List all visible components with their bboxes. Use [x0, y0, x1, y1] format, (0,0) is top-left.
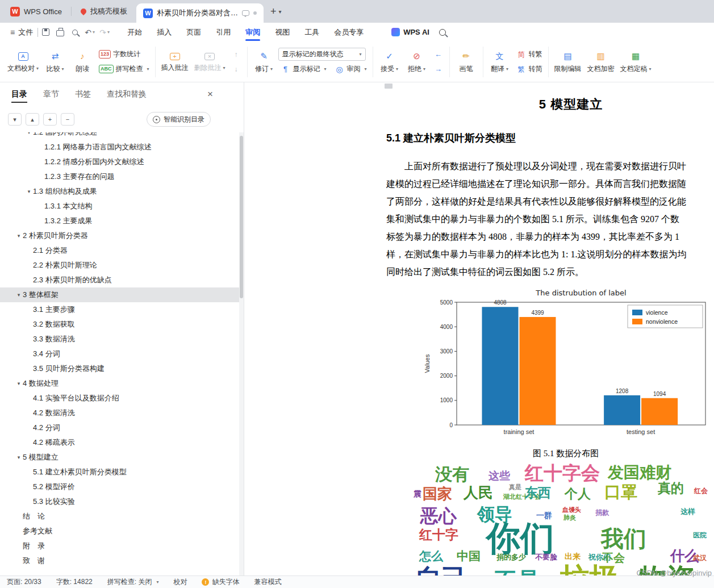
toc-item[interactable]: 1.2.2 情感分析国内外文献综述 — [0, 155, 239, 169]
word-count-indicator[interactable]: 字数: 14822 — [56, 577, 93, 587]
x-tick-label: testing set — [627, 428, 655, 435]
toc-item[interactable]: 4.1 实验平台以及数据介绍 — [0, 391, 239, 406]
toc-item[interactable]: 2.3 朴素贝叶斯的优缺点 — [0, 273, 239, 287]
chevron-down-icon[interactable]: ▾ — [25, 189, 33, 194]
wps-ai-button[interactable]: WPS AI — [391, 28, 429, 36]
proofread-button[interactable]: 校对 — [173, 577, 187, 587]
new-tab-button[interactable]: + — [270, 6, 277, 18]
print-preview-button[interactable] — [68, 26, 82, 39]
toc-item[interactable]: ▾1.3 组织结构及成果 — [0, 184, 239, 199]
smart-identify-toc-button[interactable]: 智能识别目录 — [147, 112, 211, 127]
menu-tab-8[interactable]: 会员专享 — [327, 23, 371, 41]
word-count-button[interactable]: 123字数统计 — [97, 48, 143, 61]
toc-item[interactable]: 参考文献 — [0, 524, 239, 539]
toc-item[interactable]: 1.2.1 网络暴力语言国内文献综述 — [0, 140, 239, 155]
toc-item[interactable]: 致 谢 — [0, 553, 239, 568]
file-menu-button[interactable]: ≡ 文件 — [6, 27, 37, 37]
read-aloud-button[interactable]: ♪朗读 — [69, 45, 95, 79]
spell-check-button[interactable]: ABC拼写检查▾ — [97, 62, 152, 76]
toc-collapse-level-button[interactable]: − — [61, 113, 74, 126]
chevron-down-icon[interactable]: ▾ — [15, 381, 23, 386]
sidebar-tab-目录[interactable]: 目录 — [11, 82, 27, 106]
review-pane-button[interactable]: ◎审阅▾ — [332, 62, 369, 76]
menu-tab-2[interactable]: 插入 — [149, 23, 179, 41]
toc-expand-level-button[interactable]: + — [43, 113, 57, 126]
save-button[interactable] — [38, 26, 53, 39]
toc-item[interactable]: 5.1 建立朴素贝叶斯分类模型 — [0, 465, 239, 479]
toc-item[interactable]: ▾4 数据处理 — [0, 376, 239, 391]
restrict-editing-button[interactable]: ▤限制编辑 — [552, 45, 584, 79]
missing-font-warning[interactable]: ! 缺失字体 — [202, 577, 239, 587]
menu-tab-5[interactable]: 审阅 — [238, 23, 268, 41]
encrypt-document-button[interactable]: ▥文档加密 — [585, 45, 617, 79]
ink-tool-button[interactable]: ✏画笔 — [453, 45, 479, 79]
toc-item[interactable]: 2.1 分类器 — [0, 243, 239, 258]
menu-tab-7[interactable]: 工具 — [297, 23, 327, 41]
chevron-down-icon[interactable]: ▾ — [107, 30, 110, 35]
pinned-document-tab[interactable]: 找稿壳模板 — [72, 0, 136, 23]
menu-tab-4[interactable]: 引用 — [208, 23, 238, 41]
wps-home-tab[interactable]: W WPS Office — [5, 0, 71, 23]
toc-item[interactable]: ▾2 朴素贝叶斯分类器 — [0, 228, 239, 243]
toc-item[interactable]: 4.2 分词 — [0, 420, 239, 435]
markup-state-select[interactable]: 显示标记的最终状态▾ — [278, 48, 366, 61]
spellcheck-status[interactable]: 拼写检查: 关闭 ▾ — [107, 577, 159, 587]
scrollbar-thumb[interactable] — [240, 136, 243, 298]
compare-button[interactable]: ⇄比较▾ — [42, 45, 68, 79]
document-page[interactable]: 5 模型建立 5.1 建立朴素贝叶斯分类模型 上面对所有数据进行了预处理以及分词… — [386, 82, 714, 576]
tab-list-dropdown-icon[interactable]: ▾ — [278, 9, 281, 15]
insert-comment-button[interactable]: +插入批注 — [159, 45, 191, 79]
menu-tab-3[interactable]: 页面 — [179, 23, 208, 41]
toc-item[interactable]: 3.5 贝叶斯分类器构建 — [0, 361, 239, 376]
undo-button[interactable]: ↶▾ — [82, 26, 97, 39]
toc-item[interactable]: 2.2 朴素贝叶斯理论 — [0, 258, 239, 273]
toc-item[interactable]: ▾5 模型建立 — [0, 450, 239, 465]
sidebar-tab-查找和替换[interactable]: 查找和替换 — [107, 82, 147, 106]
sidebar-scrollbar[interactable] — [239, 132, 244, 576]
toc-item[interactable]: 结 论 — [0, 509, 239, 524]
to-simplified-button[interactable]: 繁转简 — [514, 62, 545, 76]
accept-revision-button[interactable]: ✓接受▾ — [377, 45, 403, 79]
search-button[interactable] — [435, 26, 450, 39]
toc-item[interactable]: 1.3.1 本文结构 — [0, 199, 239, 214]
menu-tab-6[interactable]: 视图 — [268, 23, 297, 41]
chevron-down-icon[interactable]: ▾ — [93, 30, 95, 35]
active-document-tab[interactable]: W 朴素贝叶斯分类器对含暴力网 — [136, 3, 264, 23]
redo-button[interactable]: ↷▾ — [97, 26, 112, 39]
sidebar-tab-书签[interactable]: 书签 — [75, 82, 91, 106]
chevron-down-icon[interactable]: ▾ — [15, 233, 23, 239]
document-area[interactable]: 5 模型建立 5.1 建立朴素贝叶斯分类模型 上面对所有数据进行了预处理以及分词… — [244, 82, 714, 576]
toc-item[interactable]: 1.3.2 主要成果 — [0, 214, 239, 228]
chevron-down-icon[interactable]: ▾ — [15, 292, 23, 298]
show-markup-button[interactable]: ¶显示标记▾ — [278, 62, 329, 76]
toc-item[interactable]: 4.2 稀疏表示 — [0, 435, 239, 450]
toc-item[interactable]: 3.3 数据清洗 — [0, 332, 239, 347]
finalize-document-button[interactable]: ▦文档定稿▾ — [618, 45, 654, 79]
doc-proofread-button[interactable]: A文档校对▾ — [5, 45, 41, 79]
toc-item[interactable]: 5.2 模型评价 — [0, 479, 239, 494]
previous-revision-button[interactable]: ← — [431, 48, 446, 61]
next-revision-button[interactable]: → — [431, 62, 446, 76]
paragraph-line: 样，在测试集中暴力与非暴力的样本比也为 1: 1.这说明划分的样本数据为均 — [386, 245, 714, 263]
toc-item[interactable]: 3.2 数据获取 — [0, 317, 239, 332]
print-button[interactable] — [53, 26, 68, 39]
toc-item[interactable]: 附 录 — [0, 539, 239, 553]
toc-item[interactable]: ▾1.2 国内外研究综述 — [0, 132, 239, 140]
toc-item[interactable]: 4.2 数据清洗 — [0, 406, 239, 420]
menu-tab-1[interactable]: 开始 — [120, 23, 149, 41]
toc-item[interactable]: 3.4 分词 — [0, 347, 239, 361]
track-changes-button[interactable]: ✎修订▾ — [251, 45, 277, 79]
toc-collapse-all-button[interactable]: ▾ — [8, 113, 22, 126]
toc-expand-all-button[interactable]: ▴ — [26, 113, 39, 126]
toc-item[interactable]: 3.1 主要步骤 — [0, 302, 239, 317]
to-traditional-button[interactable]: 简转繁 — [514, 48, 545, 61]
sidebar-tab-章节[interactable]: 章节 — [43, 82, 59, 106]
chevron-down-icon[interactable]: ▾ — [15, 454, 23, 460]
reject-revision-button[interactable]: ⊘拒绝▾ — [404, 45, 430, 79]
toc-item[interactable]: 5.3 比较实验 — [0, 494, 239, 509]
chevron-down-icon[interactable]: ▾ — [25, 132, 33, 135]
close-sidebar-button[interactable]: × — [207, 89, 213, 100]
translate-button[interactable]: 文翻译▾ — [487, 45, 513, 79]
toc-item[interactable]: 1.2.3 主要存在的问题 — [0, 169, 239, 184]
toc-item[interactable]: ▾3 整体框架 — [0, 287, 239, 302]
